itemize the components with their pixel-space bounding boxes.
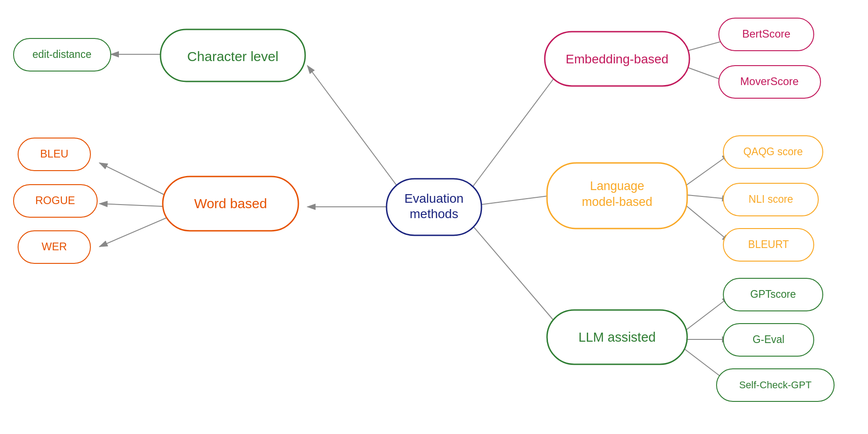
svg-line-11: [683, 154, 730, 188]
diagram: Evaluation methods Character level edit-…: [0, 0, 868, 434]
lm-based-label1: Language: [590, 179, 644, 193]
bleurt-label: BLEURT: [748, 238, 789, 250]
edit-distance-label: edit-distance: [33, 48, 91, 60]
bleu-label: BLEU: [40, 148, 69, 160]
rogue-label: ROGUE: [35, 194, 75, 206]
gptscore-label: GPTscore: [750, 288, 796, 300]
qaqg-label: QAQG score: [743, 146, 803, 157]
selfcheck-label: Self-Check-GPT: [739, 379, 811, 391]
nli-label: NLI score: [749, 193, 793, 205]
llm-assisted-label: LLM assisted: [579, 330, 656, 344]
svg-line-13: [683, 203, 730, 242]
svg-line-0: [307, 66, 407, 199]
bertscore-label: BertScore: [742, 28, 791, 40]
svg-line-5: [99, 215, 173, 247]
svg-line-6: [463, 72, 558, 199]
moverscore-label: MoverScore: [740, 75, 798, 87]
center-node-label2: methods: [410, 207, 458, 221]
center-node-label: Evaluation: [405, 191, 464, 205]
svg-line-8: [463, 215, 558, 326]
embedding-label: Embedding-based: [566, 52, 668, 66]
wer-label: WER: [42, 240, 67, 253]
word-based-label: Word based: [194, 196, 267, 211]
char-level-label: Character level: [187, 49, 278, 64]
geval-label: G-Eval: [753, 334, 784, 345]
svg-line-14: [683, 296, 730, 333]
lm-based-label2: model-based: [582, 195, 652, 209]
svg-line-3: [99, 163, 173, 199]
